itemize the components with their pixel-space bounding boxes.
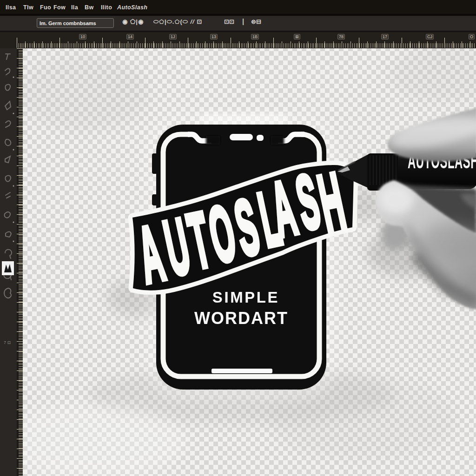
- svg-text:WORDART: WORDART: [194, 309, 288, 328]
- svg-text:7 ⊡: 7 ⊡: [4, 340, 11, 345]
- svg-text:SIMPLE: SIMPLE: [212, 289, 279, 306]
